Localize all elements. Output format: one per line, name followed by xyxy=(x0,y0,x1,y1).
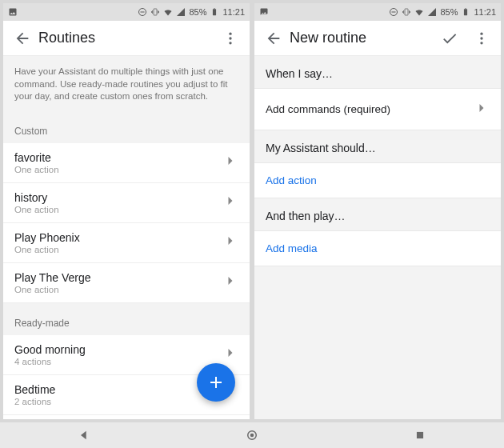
routine-sub: One action xyxy=(14,165,222,174)
back-button[interactable] xyxy=(258,22,290,54)
system-nav-bar xyxy=(0,422,504,448)
routine-name: Good morning xyxy=(14,343,222,356)
status-bar: 85% 11:21 xyxy=(254,3,501,21)
svg-point-17 xyxy=(250,434,254,438)
chevron-right-icon xyxy=(222,193,238,212)
overflow-menu-button[interactable] xyxy=(466,22,498,54)
svg-rect-11 xyxy=(464,9,467,15)
svg-point-14 xyxy=(480,37,482,39)
svg-point-6 xyxy=(229,37,231,39)
content-scroll[interactable]: When I say… Add commands (required) My A… xyxy=(254,56,501,419)
svg-rect-1 xyxy=(141,12,145,13)
routine-name: Bedtime xyxy=(14,383,222,396)
svg-point-15 xyxy=(480,42,482,44)
back-button[interactable] xyxy=(6,22,38,54)
svg-rect-10 xyxy=(405,9,408,15)
page-title: Routines xyxy=(38,30,214,46)
routine-sub: One action xyxy=(14,285,222,294)
chevron-right-icon xyxy=(474,100,490,118)
svg-rect-12 xyxy=(466,8,467,9)
picture-icon xyxy=(259,7,269,17)
nav-back-button[interactable] xyxy=(77,428,91,442)
routine-row[interactable]: historyOne action xyxy=(3,183,250,223)
vibrate-icon xyxy=(402,7,411,17)
status-bar: 85% 11:21 xyxy=(3,3,250,21)
signal-icon xyxy=(176,7,186,17)
svg-point-13 xyxy=(480,32,482,34)
svg-rect-9 xyxy=(392,12,396,13)
svg-rect-2 xyxy=(154,9,157,15)
chevron-right-icon xyxy=(222,153,238,172)
app-bar: Routines xyxy=(3,21,250,56)
section-assistant-should: My Assistant should… xyxy=(254,130,501,162)
phone-routines: 85% 11:21 Routines Have your Assistant d… xyxy=(3,3,250,419)
phone-new-routine: 85% 11:21 New routine When I say… Add co… xyxy=(254,3,501,419)
overflow-menu-button[interactable] xyxy=(214,22,246,54)
routine-sub: 2 actions xyxy=(14,397,222,406)
dnd-icon xyxy=(389,7,398,17)
dnd-icon xyxy=(138,7,147,17)
section-then-play: And then play… xyxy=(254,198,501,230)
app-bar: New routine xyxy=(254,21,501,56)
section-when-i-say: When I say… xyxy=(254,56,501,88)
add-action-row[interactable]: Add action xyxy=(254,162,501,198)
svg-rect-18 xyxy=(417,432,423,438)
intro-text: Have your Assistant do multiple things w… xyxy=(3,56,250,111)
wifi-icon xyxy=(163,7,173,17)
battery-text: 85% xyxy=(440,7,458,17)
add-action-label: Add action xyxy=(266,174,490,186)
add-commands-label: Add commands (required) xyxy=(266,103,474,115)
svg-point-7 xyxy=(229,42,231,44)
svg-rect-3 xyxy=(213,9,216,15)
confirm-button[interactable] xyxy=(434,22,466,54)
content-scroll[interactable]: Have your Assistant do multiple things w… xyxy=(3,56,250,419)
add-routine-fab[interactable] xyxy=(197,363,235,402)
routine-name: Play The Verge xyxy=(14,271,222,284)
routine-name: favorite xyxy=(14,151,222,164)
section-ready-label: Ready-made xyxy=(3,303,250,335)
picture-icon xyxy=(8,7,18,17)
nav-recent-button[interactable] xyxy=(413,428,427,442)
routine-name: Play Phoenix xyxy=(14,231,222,244)
chevron-right-icon xyxy=(222,345,238,364)
routine-sub: One action xyxy=(14,205,222,214)
routine-name: history xyxy=(14,191,222,204)
routine-row[interactable]: favoriteOne action xyxy=(3,143,250,183)
battery-icon xyxy=(210,7,219,17)
chevron-right-icon xyxy=(222,273,238,292)
battery-icon xyxy=(461,7,470,17)
routine-sub: 4 actions xyxy=(14,357,222,366)
wifi-icon xyxy=(414,7,424,17)
svg-rect-4 xyxy=(214,8,216,9)
nav-home-button[interactable] xyxy=(245,428,259,442)
vibrate-icon xyxy=(150,7,160,17)
clock-text: 11:21 xyxy=(474,7,496,17)
signal-icon xyxy=(427,7,437,17)
add-media-label: Add media xyxy=(266,242,490,254)
routine-row[interactable]: Play The VergeOne action xyxy=(3,263,250,303)
add-commands-row[interactable]: Add commands (required) xyxy=(254,88,501,130)
page-title: New routine xyxy=(290,30,434,46)
battery-text: 85% xyxy=(189,7,206,17)
add-media-row[interactable]: Add media xyxy=(254,230,501,266)
section-custom-label: Custom xyxy=(3,111,250,143)
svg-point-5 xyxy=(229,32,231,34)
chevron-right-icon xyxy=(222,233,238,252)
clock-text: 11:21 xyxy=(222,7,245,17)
routine-row[interactable]: Play PhoenixOne action xyxy=(3,223,250,263)
routine-sub: One action xyxy=(14,245,222,254)
